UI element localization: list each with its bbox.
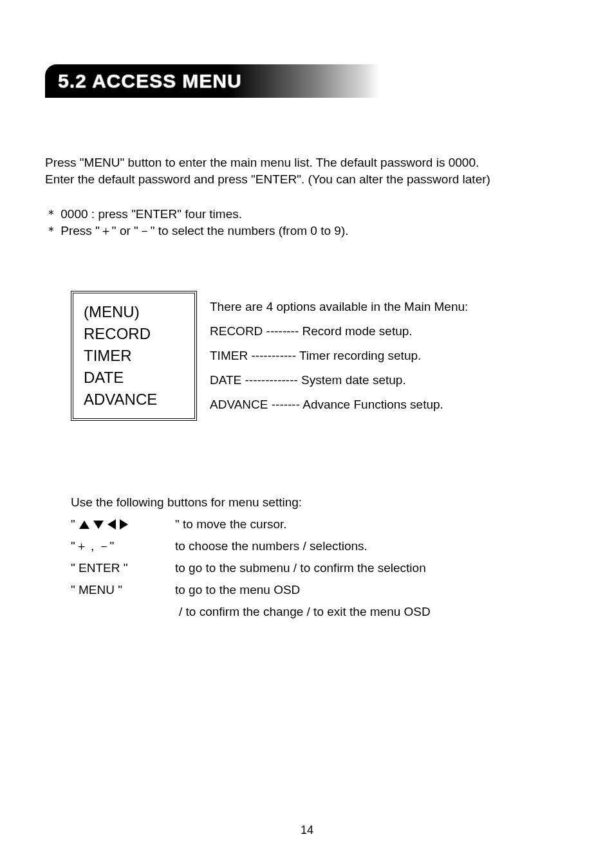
- notes-block: ＊ 0000 : press "ENTER" four times. ＊ Pre…: [45, 206, 569, 239]
- menu-desc-line: DATE ------------- System date setup.: [210, 368, 468, 392]
- menu-box-item: DATE: [84, 367, 187, 389]
- arrow-down-icon: [93, 521, 104, 529]
- intro-line-2: Enter the default password and press "EN…: [45, 171, 569, 188]
- legend-val-arrows: " to move the cursor.: [175, 513, 569, 535]
- asterisk-icon: ＊: [45, 224, 60, 237]
- legend-row-arrows: " " to move the cursor.: [71, 513, 569, 535]
- legend-key-menu: " MENU ": [71, 579, 175, 601]
- menu-desc-line: ADVANCE ------- Advance Functions setup.: [210, 392, 468, 417]
- section-heading-text: 5.2 ACCESS MENU: [58, 70, 242, 92]
- page-number: 14: [0, 824, 614, 837]
- arrow-left-icon: [107, 519, 116, 530]
- legend-val-menu-line2: / to confirm the change / to exit the me…: [175, 601, 569, 623]
- menu-box-item: ADVANCE: [84, 389, 187, 411]
- menu-row: (MENU) RECORD TIMER DATE ADVANCE There a…: [45, 291, 569, 421]
- arrow-up-icon: [79, 521, 89, 529]
- menu-box-item: RECORD: [84, 323, 187, 345]
- legend-row-plusminus: "＋ , －" to choose the numbers / selectio…: [71, 535, 569, 557]
- asterisk-icon: ＊: [45, 207, 60, 221]
- page: 5.2 ACCESS MENU Press "MENU" button to e…: [0, 0, 614, 868]
- intro-paragraph: Press "MENU" button to enter the main me…: [45, 154, 569, 188]
- legend-key-enter: " ENTER ": [71, 557, 175, 579]
- legend-val-plusminus: to choose the numbers / selections.: [175, 535, 569, 557]
- section-heading-bar: 5.2 ACCESS MENU: [45, 64, 380, 98]
- legend-val-menu: to go to the menu OSD / to confirm the c…: [175, 579, 569, 623]
- legend-val-enter: to go to the submenu / to confirm the se…: [175, 557, 569, 579]
- open-quote: ": [71, 513, 75, 535]
- menu-description: There are 4 options available in the Mai…: [210, 291, 468, 417]
- legend-key-plusminus: "＋ , －": [71, 535, 175, 557]
- legend-row-enter: " ENTER " to go to the submenu / to conf…: [71, 557, 569, 579]
- note-2: ＊ Press "＋" or "－" to select the numbers…: [45, 223, 569, 239]
- legend-intro: Use the following buttons for menu setti…: [71, 492, 569, 513]
- arrow-right-icon: [120, 519, 128, 530]
- menu-box-item: TIMER: [84, 345, 187, 367]
- menu-box-title: (MENU): [84, 301, 187, 323]
- menu-box: (MENU) RECORD TIMER DATE ADVANCE: [71, 291, 197, 421]
- button-legend: Use the following buttons for menu setti…: [45, 492, 569, 623]
- legend-row-menu: " MENU " to go to the menu OSD / to conf…: [71, 579, 569, 623]
- menu-desc-line: TIMER ----------- Timer recording setup.: [210, 344, 468, 368]
- legend-val-menu-line1: to go to the menu OSD: [175, 579, 569, 601]
- legend-key-arrows: ": [71, 513, 175, 535]
- intro-line-1: Press "MENU" button to enter the main me…: [45, 154, 569, 171]
- note-1: ＊ 0000 : press "ENTER" four times.: [45, 206, 569, 223]
- menu-desc-intro: There are 4 options available in the Mai…: [210, 295, 468, 319]
- menu-desc-line: RECORD -------- Record mode setup.: [210, 319, 468, 344]
